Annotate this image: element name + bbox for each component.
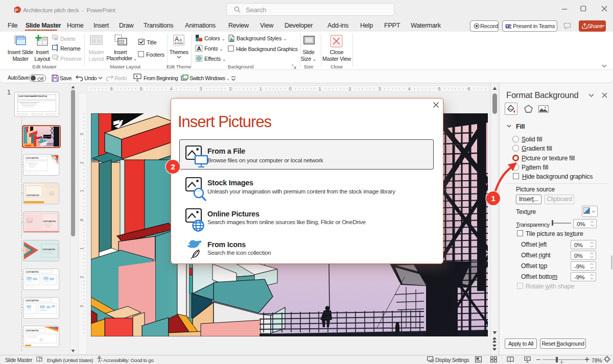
svg-text:a: a	[179, 37, 182, 42]
svg-text:TITLE: TITLE	[44, 137, 47, 139]
svg-text:P: P	[15, 8, 18, 13]
svg-text:A: A	[197, 45, 201, 52]
svg-text:CLICK TO ADD TITLE: CLICK TO ADD TITLE	[26, 330, 39, 332]
svg-text:CLICK TO ADD TITLE: CLICK TO ADD TITLE	[26, 271, 39, 273]
svg-text:CLICK TO ADD TITLE: CLICK TO ADD TITLE	[42, 249, 55, 251]
svg-text:CLICK TO ADD TITLE: CLICK TO ADD TITLE	[27, 195, 39, 197]
svg-text:A: A	[175, 36, 179, 43]
svg-text:CLICK TO ADD TITLE: CLICK TO ADD TITLE	[26, 157, 39, 159]
svg-text:CLICK TO ADD TITLE: CLICK TO ADD TITLE	[26, 300, 39, 302]
svg-text:CLICK TO ADD TITLE: CLICK TO ADD TITLE	[43, 221, 56, 223]
svg-text:🖼: 🖼	[39, 338, 43, 342]
